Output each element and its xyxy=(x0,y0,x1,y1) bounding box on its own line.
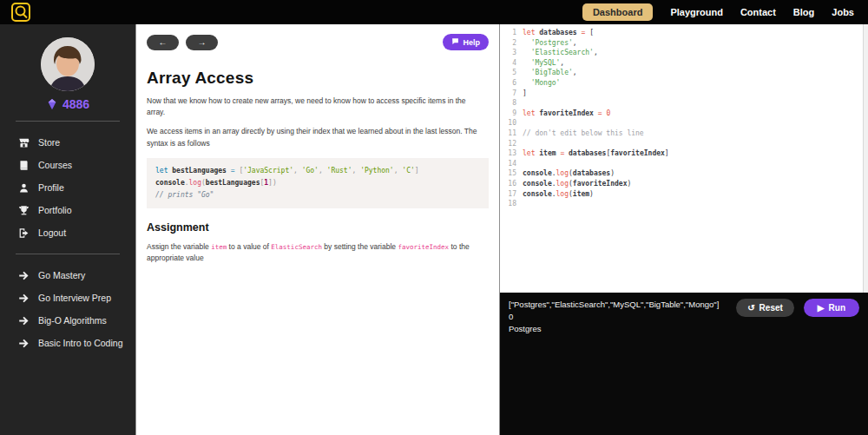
line-number: 5 xyxy=(504,68,516,78)
editor-line-1[interactable]: 1let databases = [ xyxy=(504,28,861,38)
editor-line-8[interactable]: 8 xyxy=(504,98,861,109)
editor-line-18[interactable]: 18 xyxy=(504,199,861,209)
editor-line-16[interactable]: 16console.log(favoriteIndex) xyxy=(504,179,861,189)
lesson-nav-row: ← → Help xyxy=(147,34,489,50)
inline-code: item xyxy=(211,243,227,251)
lesson-title: Array Access xyxy=(147,69,489,88)
nav-blog[interactable]: Blog xyxy=(793,7,814,17)
prev-lesson-button[interactable]: ← xyxy=(147,35,179,50)
topbar: DashboardPlaygroundContactBlogJobs xyxy=(0,0,868,24)
nav-jobs[interactable]: Jobs xyxy=(832,7,854,17)
courses-icon xyxy=(18,160,30,171)
nav-playground[interactable]: Playground xyxy=(670,7,723,17)
line-number: 13 xyxy=(504,148,516,159)
sidebar-item-label: Courses xyxy=(38,160,72,170)
line-number: 11 xyxy=(504,129,516,139)
sidebar-course-basic-intro-to-coding[interactable]: Basic Intro to Coding xyxy=(0,332,135,354)
arrow-icon xyxy=(18,293,30,304)
line-number: 4 xyxy=(504,58,516,69)
store-icon xyxy=(18,137,30,148)
editor-line-9[interactable]: 9let favoriteIndex = 0 xyxy=(504,109,861,119)
editor-line-10[interactable]: 10 xyxy=(504,118,861,129)
line-number: 2 xyxy=(504,38,516,49)
line-number: 15 xyxy=(504,168,516,179)
avatar[interactable] xyxy=(41,37,95,91)
editor-line-2[interactable]: 2 'Postgres', xyxy=(504,38,861,49)
sidebar-course-label: Go Mastery xyxy=(38,270,85,280)
reset-icon: ↺ xyxy=(747,304,754,313)
app-logo-icon[interactable] xyxy=(10,2,31,23)
play-icon: ▶ xyxy=(818,304,825,313)
run-button-label: Run xyxy=(829,304,845,313)
lesson-paragraph-1: Now that we know how to create new array… xyxy=(147,96,480,118)
line-number: 14 xyxy=(504,159,516,169)
topbar-nav: DashboardPlaygroundContactBlogJobs xyxy=(582,3,859,21)
line-number: 1 xyxy=(504,28,516,38)
sidebar-item-courses[interactable]: Courses xyxy=(0,154,135,176)
example-code-line: let bestLanguages = ['JavaScript', 'Go',… xyxy=(155,165,480,177)
editor-line-17[interactable]: 17console.log(item) xyxy=(504,189,861,200)
line-number: 16 xyxy=(504,179,516,189)
sidebar-course-go-mastery[interactable]: Go Mastery xyxy=(0,264,135,287)
arrow-icon xyxy=(18,315,30,326)
editor-line-14[interactable]: 14 xyxy=(504,159,861,169)
run-button[interactable]: ▶ Run xyxy=(804,299,859,317)
line-number: 9 xyxy=(504,109,516,119)
line-number: 17 xyxy=(504,189,516,200)
sidebar-item-label: Profile xyxy=(38,182,64,193)
console-output-line: Postgres xyxy=(509,323,859,335)
sidebar-item-store[interactable]: Store xyxy=(0,131,135,154)
line-number: 18 xyxy=(504,199,516,209)
editor-line-15[interactable]: 15console.log(databases) xyxy=(504,168,861,179)
sidebar-item-label: Portfolio xyxy=(38,205,72,215)
editor-line-3[interactable]: 3 'ElasticSearch', xyxy=(504,48,861,58)
editor-line-5[interactable]: 5 'BigTable', xyxy=(504,68,861,78)
line-number: 6 xyxy=(504,78,516,89)
sidebar-course-label: Go Interview Prep xyxy=(38,293,111,303)
avatar-wrap xyxy=(0,37,135,91)
sidebar-item-profile[interactable]: Profile xyxy=(0,176,135,199)
example-code-line: console.log(bestLanguages[1]) xyxy=(155,177,480,189)
editor-lines: 1let databases = [2 'Postgres',3 'Elasti… xyxy=(504,28,861,209)
sidebar-item-logout[interactable]: Logout xyxy=(0,221,135,244)
editor-line-4[interactable]: 4 'MySQL', xyxy=(504,58,861,69)
arrow-right-icon: → xyxy=(198,38,207,47)
nav-dashboard[interactable]: Dashboard xyxy=(582,3,653,21)
sidebar-course-list: Go MasteryGo Interview PrepBig-O Algorit… xyxy=(0,264,135,354)
arrow-icon xyxy=(18,338,30,349)
line-number: 7 xyxy=(504,89,516,99)
line-number: 3 xyxy=(504,48,516,58)
editor-console-panel: 1let databases = [2 'Postgres',3 'Elasti… xyxy=(500,24,868,435)
inline-code: ElasticSearch xyxy=(271,243,322,251)
code-editor[interactable]: 1let databases = [2 'Postgres',3 'Elasti… xyxy=(500,24,868,293)
editor-line-12[interactable]: 12 xyxy=(504,139,861,149)
sidebar-item-label: Logout xyxy=(38,227,66,238)
editor-line-11[interactable]: 11// don't edit below this line xyxy=(504,129,861,139)
example-code-block: let bestLanguages = ['JavaScript', 'Go',… xyxy=(147,158,489,208)
sidebar-course-big-o-algorithms[interactable]: Big-O Algorithms xyxy=(0,309,135,332)
sidebar-course-go-interview-prep[interactable]: Go Interview Prep xyxy=(0,287,135,309)
sidebar-course-label: Basic Intro to Coding xyxy=(38,338,122,348)
portfolio-icon xyxy=(18,205,30,216)
reset-button-label: Reset xyxy=(760,304,783,313)
chat-icon xyxy=(451,37,459,47)
editor-line-6[interactable]: 6 'Mongo' xyxy=(504,78,861,89)
reset-button[interactable]: ↺ Reset xyxy=(736,299,794,317)
nav-contact[interactable]: Contact xyxy=(740,7,776,17)
line-number: 10 xyxy=(504,118,516,129)
editor-scrollbar[interactable] xyxy=(863,24,868,293)
logout-icon xyxy=(18,227,30,239)
console-panel: ["Postgres","ElasticSearch","MySQL","Big… xyxy=(500,293,868,435)
editor-line-7[interactable]: 7] xyxy=(504,89,861,99)
sidebar-menu: StoreCoursesProfilePortfolioLogout xyxy=(0,131,135,244)
divider xyxy=(16,254,120,254)
console-buttons: ↺ Reset ▶ Run xyxy=(736,299,859,317)
editor-line-13[interactable]: 13let item = databases[favoriteIndex] xyxy=(504,148,861,159)
help-button[interactable]: Help xyxy=(443,34,489,50)
lesson-panel: ← → Help Array Access Now that we know h… xyxy=(135,24,500,435)
divider xyxy=(16,121,120,122)
lesson-paragraph-2: We access items in an array directly by … xyxy=(147,126,480,148)
sidebar-item-portfolio[interactable]: Portfolio xyxy=(0,199,135,221)
example-code-line: // prints "Go" xyxy=(155,189,480,201)
next-lesson-button[interactable]: → xyxy=(186,35,218,50)
